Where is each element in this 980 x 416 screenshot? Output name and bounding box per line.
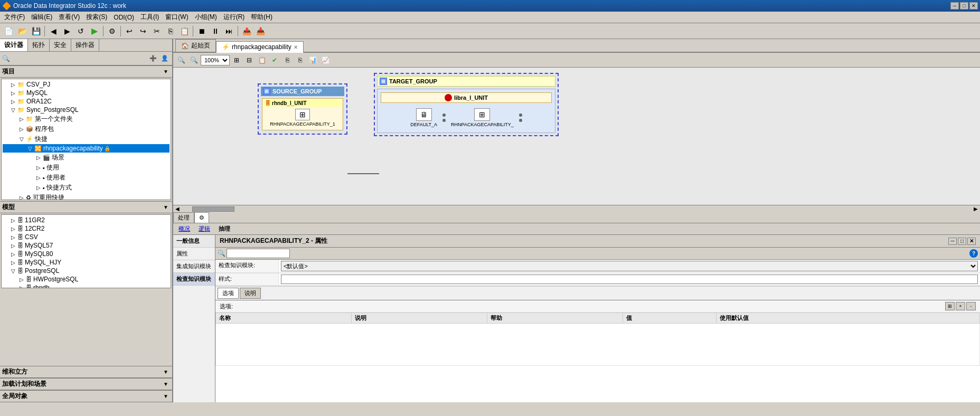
model-node-mysql80[interactable]: ▷ 🗄 MySQL80 — [3, 250, 169, 258]
options-grid-btn[interactable]: ⊞ — [945, 302, 955, 310]
add-icon[interactable]: ➕ — [148, 53, 158, 64]
default-table[interactable]: 🖥 DEFAULT_A — [410, 108, 437, 127]
fit-icon[interactable]: ⊞ — [231, 54, 242, 66]
menu-window[interactable]: 窗口(W) — [162, 12, 191, 23]
tree-node-shortcut2[interactable]: ▷ ▪ 快捷方式 — [3, 183, 169, 193]
expand-icon-csv-m[interactable]: ▷ — [11, 234, 16, 240]
canvas-drawing-area[interactable]: ⊞ SOURCE_GROUP 🗄 rhndb_l_UNIT ⊞ RHNPAC — [173, 68, 980, 205]
export-button[interactable]: 📤 — [240, 25, 253, 37]
tab-designer[interactable]: 设计器 — [0, 39, 28, 51]
tree-node-user[interactable]: ▷ ▪ 使用者 — [3, 173, 169, 183]
menu-search[interactable]: 搜索(S) — [83, 12, 110, 23]
expand-icon-rhn[interactable]: ▽ — [28, 146, 33, 152]
copy-button[interactable]: ⎘ — [164, 25, 177, 37]
expand-icon-mysql[interactable]: ▷ — [11, 90, 16, 96]
expand-icon-rhndb[interactable]: ▷ — [20, 285, 25, 289]
menu-help[interactable]: 帮助(H) — [248, 12, 276, 23]
expand-icon-csv[interactable]: ▷ — [11, 82, 16, 88]
check-km-value[interactable]: <默认值> — [279, 260, 980, 273]
scroll-left-btn[interactable]: ◀ — [173, 205, 182, 213]
expand-icon-reuse[interactable]: ▷ — [20, 195, 25, 200]
expand-icon-11gr2[interactable]: ▷ — [11, 218, 16, 223]
props-expand-btn[interactable]: □ — [958, 238, 966, 245]
zoom-in-icon[interactable]: 🔍 — [188, 54, 200, 66]
expand-icon-pg[interactable]: ▽ — [11, 268, 16, 274]
tree-node-folder1[interactable]: ▷ 📁 第一个文件夹 — [3, 114, 169, 124]
nav-check-km[interactable]: 检查知识模块 — [173, 273, 215, 286]
import-button[interactable]: 📥 — [254, 25, 267, 37]
props-collapse-btn[interactable]: ─ — [948, 238, 957, 245]
options-add-btn[interactable]: + — [956, 302, 965, 310]
zoom-out-icon[interactable]: 🔍 — [175, 54, 187, 66]
project-menu-btn[interactable]: ▼ — [162, 68, 170, 76]
tab-close-icon[interactable]: ✕ — [294, 44, 298, 50]
project-tree[interactable]: ▷ 📁 CSV_PJ ▷ 📁 MySQL ▷ 📁 ORA12C ▽ 📁 Sync… — [1, 79, 171, 200]
menu-tools[interactable]: 工具(I) — [137, 12, 162, 23]
forward-button[interactable]: ▶ — [61, 25, 73, 37]
new-button[interactable]: 📄 — [2, 25, 15, 37]
title-bar-controls[interactable]: ─ □ ✕ — [950, 2, 978, 10]
open-button[interactable]: 📂 — [16, 25, 29, 37]
close-button[interactable]: ✕ — [969, 2, 978, 10]
expand-icon-sc[interactable]: ▽ — [20, 136, 25, 142]
actual-size-icon[interactable]: ⊟ — [243, 54, 255, 66]
back-button[interactable]: ◀ — [47, 25, 60, 37]
expand-icon-scene[interactable]: ▷ — [36, 155, 42, 160]
inner-tab-desc[interactable]: 说明 — [240, 288, 261, 299]
zoom-select[interactable]: 100% — [201, 55, 230, 65]
sub-tab-physical[interactable]: 抽理 — [215, 224, 233, 233]
tab-operator[interactable]: 操作器 — [71, 39, 99, 51]
bottom-tab-process[interactable]: 处理 — [173, 212, 194, 223]
props-close-btn[interactable]: ✕ — [967, 238, 976, 245]
expand-icon-ora[interactable]: ▷ — [11, 99, 16, 105]
expand-icon-use[interactable]: ▷ — [36, 165, 42, 171]
sub-tab-overview[interactable]: 概况 — [175, 224, 193, 233]
props-search-input[interactable] — [227, 249, 290, 258]
tree-node-sync[interactable]: ▽ 📁 Sync_PostgreSQL — [3, 106, 169, 114]
tree-node-scene[interactable]: ▷ 🎬 场景 — [3, 153, 169, 163]
person-icon[interactable]: 👤 — [159, 53, 170, 64]
source-node[interactable]: 🗄 rhndb_l_UNIT ⊞ RHNPACKAGECAPABILITY_1 — [262, 98, 343, 130]
scroll-thumb-h[interactable] — [192, 206, 234, 212]
nav-general[interactable]: 一般信息 — [173, 235, 215, 248]
tree-node-use[interactable]: ▷ ▪ 使用 — [3, 163, 169, 173]
menu-run[interactable]: 运行(R) — [220, 12, 248, 23]
expand-icon-my57[interactable]: ▷ — [11, 243, 16, 249]
tab-start-page[interactable]: 🏠 起始页 — [175, 39, 216, 52]
nav-properties[interactable]: 属性 — [173, 248, 215, 260]
model-node-rhndb[interactable]: ▷ 🗄 rhndb — [3, 283, 169, 288]
rhn-table[interactable]: ⊞ RHNPACKAGECAPABILITY_ — [451, 108, 514, 127]
tree-node-shortcut[interactable]: ▽ ⚡ 快捷 — [3, 134, 169, 144]
harmony-btn[interactable]: ▼ — [162, 368, 170, 376]
check-km-select[interactable]: <默认值> — [281, 261, 978, 271]
run-button[interactable]: ▶ — [88, 25, 101, 37]
help-icon[interactable]: ? — [969, 249, 978, 258]
tree-node-rhnpkg[interactable]: ▽ 🔀 rhnpackagecapability 🔒 — [3, 144, 169, 153]
menu-view[interactable]: 查看(V) — [55, 12, 83, 23]
model-node-csv[interactable]: ▷ 🗄 CSV — [3, 233, 169, 241]
nav-integration-km[interactable]: 集成知识模块 — [173, 260, 215, 273]
menu-file[interactable]: 文件(F) — [1, 12, 28, 23]
expand-icon-hjy[interactable]: ▷ — [11, 260, 16, 266]
step-button[interactable]: ⏭ — [223, 25, 235, 37]
model-node-12cr2[interactable]: ▷ 🗄 12CR2 — [3, 224, 169, 233]
stop-button[interactable]: ⏹ — [195, 25, 208, 37]
canvas-btn4[interactable]: 📊 — [307, 54, 318, 66]
model-node-postgres[interactable]: ▽ 🗄 PostgreSQL — [3, 267, 169, 275]
model-tree[interactable]: ▷ 🗄 11GR2 ▷ 🗄 12CR2 ▷ 🗄 CSV ▷ 🗄 MySQL57 … — [1, 214, 171, 288]
expand-icon-folder1[interactable]: ▷ — [20, 116, 25, 122]
save-button[interactable]: 💾 — [30, 25, 42, 37]
inner-tab-options[interactable]: 选项 — [218, 288, 239, 299]
tree-node-csv-pj[interactable]: ▷ 📁 CSV_PJ — [3, 80, 169, 89]
menu-odi[interactable]: ODI(O) — [110, 13, 137, 22]
expand-icon-hwpg[interactable]: ▷ — [20, 277, 25, 282]
tree-node-package[interactable]: ▷ 📦 程序包 — [3, 124, 169, 134]
expand-icon-sync[interactable]: ▽ — [11, 107, 16, 113]
tree-node-mysql[interactable]: ▷ 📁 MySQL — [3, 89, 169, 97]
minimize-button[interactable]: ─ — [950, 2, 959, 10]
expand-icon-sc2[interactable]: ▷ — [36, 185, 42, 191]
paste-button[interactable]: 📋 — [178, 25, 191, 37]
tab-topology[interactable]: 拓扑 — [28, 39, 50, 51]
model-node-mysqlhjy[interactable]: ▷ 🗄 MySQL_HJY — [3, 258, 169, 267]
redo-button[interactable]: ↪ — [137, 25, 149, 37]
